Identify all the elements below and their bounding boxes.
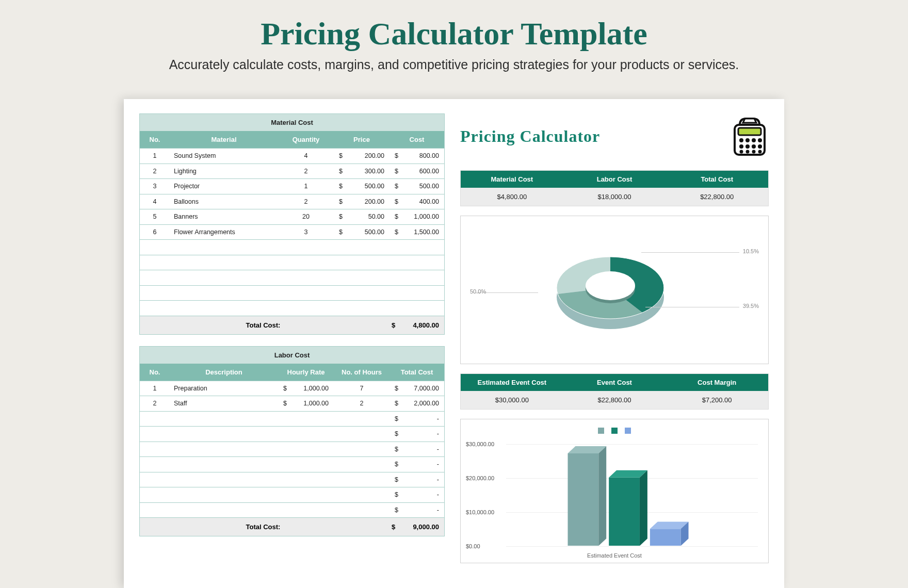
svg-point-2 — [739, 138, 743, 142]
page-title: Pricing Calculator Template — [0, 15, 908, 52]
svg-marker-18 — [568, 453, 599, 546]
table-row: 2Staff$1,000.002$2,000.00 — [140, 396, 444, 411]
table-row — [140, 270, 444, 285]
table-row: $- — [140, 426, 444, 442]
donut-label-1: 50.0% — [470, 288, 486, 295]
col-price: Price — [334, 131, 390, 148]
table-row — [140, 300, 444, 316]
table-row: $- — [140, 502, 444, 518]
table-row: $- — [140, 411, 444, 427]
svg-point-12 — [752, 150, 756, 154]
col-no: No. — [140, 131, 170, 148]
event-cost-value: $22,800.00 — [563, 391, 666, 409]
col-total-cost: Total Cost — [390, 364, 444, 381]
table-row: 6Flower Arrangements3$500.00$1,500.00 — [140, 224, 444, 240]
cost-margin-value: $7,200.00 — [666, 391, 768, 409]
bar-x-label: Estimated Event Cost — [461, 552, 768, 559]
svg-marker-23 — [640, 470, 647, 546]
svg-marker-20 — [598, 446, 606, 546]
sum-material-cost-value: $4,800.00 — [461, 188, 563, 206]
page-subtitle: Accurately calculate costs, margins, and… — [0, 57, 908, 72]
table-row — [140, 239, 444, 255]
y-tick-1: $10,000.00 — [466, 509, 494, 515]
cost-summary-table: Material Cost Labor Cost Total Cost $4,8… — [460, 170, 769, 206]
table-row: 5Banners20$50.00$1,000.00 — [140, 209, 444, 224]
svg-point-5 — [758, 138, 762, 142]
cost-margin-header: Cost Margin — [666, 374, 768, 391]
svg-point-3 — [745, 138, 750, 142]
svg-marker-21 — [609, 478, 640, 546]
table-row: $- — [140, 472, 444, 487]
labor-cost-table: Labor Cost No. Description Hourly Rate N… — [139, 346, 445, 537]
material-title: Material Cost — [140, 114, 444, 131]
col-material: Material — [170, 131, 278, 148]
material-cost-table: Material Cost No. Material Quantity Pric… — [139, 113, 445, 335]
svg-point-11 — [746, 150, 750, 154]
leader-line — [645, 307, 739, 307]
donut-label-2: 10.5% — [743, 248, 759, 254]
svg-point-17 — [586, 271, 635, 300]
svg-point-6 — [739, 144, 743, 149]
labor-total-row: Total Cost: $9,000.00 — [140, 517, 444, 536]
table-row: 2Lighting2$300.00$600.00 — [140, 164, 444, 179]
col-cost: Cost — [390, 131, 444, 148]
material-total-value: $4,800.00 — [386, 316, 444, 334]
material-header-row: No. Material Quantity Price Cost — [140, 131, 444, 148]
spreadsheet-preview: Material Cost No. Material Quantity Pric… — [124, 99, 784, 588]
table-row — [140, 285, 444, 301]
leader-line — [641, 252, 739, 253]
legend-swatch-3 — [625, 428, 631, 434]
estimated-cost-header: Estimated Event Cost — [461, 374, 563, 391]
svg-point-8 — [752, 144, 756, 149]
y-tick-0: $0.00 — [466, 543, 480, 549]
table-row: 4Balloons2$200.00$400.00 — [140, 194, 444, 209]
col-description: Description — [170, 364, 278, 381]
table-row: $- — [140, 442, 444, 457]
sum-labor-cost-header: Labor Cost — [563, 171, 666, 188]
sum-labor-cost-value: $18,000.00 — [563, 188, 666, 206]
labor-total-label: Total Cost: — [140, 518, 386, 536]
sum-material-cost-header: Material Cost — [461, 171, 563, 188]
table-row: $- — [140, 487, 444, 502]
labor-title: Labor Cost — [140, 347, 444, 364]
col-hourly-rate: Hourly Rate — [278, 364, 334, 381]
donut-label-3: 39.5% — [743, 303, 759, 309]
bar-chart: $30,000.00 $20,000.00 $10,000.00 $0.00 — [460, 419, 769, 563]
calculator-icon — [731, 116, 769, 157]
svg-point-9 — [758, 144, 762, 149]
table-row: 1Preparation$1,000.007$7,000.00 — [140, 381, 444, 396]
legend-swatch-2 — [611, 428, 618, 434]
table-row: 1Sound System4$200.00$800.00 — [140, 148, 444, 164]
event-cost-header: Event Cost — [563, 374, 666, 391]
table-row: 3Projector1$500.00$500.00 — [140, 178, 444, 194]
bar-bars — [506, 444, 758, 546]
svg-point-10 — [740, 150, 743, 154]
svg-point-7 — [745, 144, 750, 149]
pricing-calculator-heading: Pricing Calculator — [460, 127, 600, 146]
col-quantity: Quantity — [278, 131, 334, 148]
col-hours: No. of Hours — [334, 364, 390, 381]
legend-swatch-1 — [598, 428, 604, 434]
svg-point-4 — [752, 138, 756, 142]
donut-chart: 50.0% 10.5% 39.5% — [460, 216, 769, 364]
svg-rect-1 — [738, 128, 761, 135]
sum-total-cost-value: $22,800.00 — [666, 188, 768, 206]
svg-point-13 — [758, 150, 762, 154]
col-no: No. — [140, 364, 170, 381]
labor-total-value: $9,000.00 — [386, 518, 444, 536]
y-tick-2: $20,000.00 — [466, 475, 494, 481]
table-row — [140, 255, 444, 270]
gridline — [506, 546, 758, 547]
event-summary-table: Estimated Event Cost Event Cost Cost Mar… — [460, 373, 769, 410]
sum-total-cost-header: Total Cost — [666, 171, 768, 188]
material-total-label: Total Cost: — [140, 316, 386, 334]
bar-legend — [461, 426, 768, 435]
labor-header-row: No. Description Hourly Rate No. of Hours… — [140, 364, 444, 381]
svg-marker-24 — [650, 529, 681, 546]
y-tick-3: $30,000.00 — [466, 441, 494, 447]
table-row: $- — [140, 456, 444, 472]
material-total-row: Total Cost: $4,800.00 — [140, 316, 444, 334]
estimated-cost-value: $30,000.00 — [461, 391, 563, 409]
